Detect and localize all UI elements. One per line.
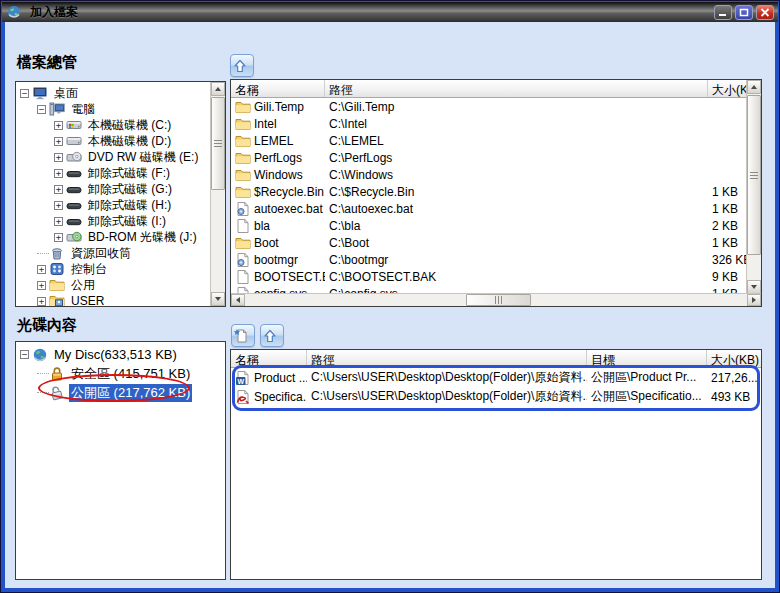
scroll-down-button[interactable] xyxy=(747,280,761,294)
file-row[interactable]: autoexec.batC:\autoexec.bat1 KB xyxy=(231,200,761,217)
tree-item-label[interactable]: 卸除式磁碟 (G:) xyxy=(86,181,174,198)
expander-plus-icon[interactable]: + xyxy=(37,265,46,274)
tree-item-label[interactable]: 公用 xyxy=(69,277,97,294)
disc-up-button[interactable] xyxy=(260,324,284,347)
triangle-down-icon xyxy=(215,297,221,301)
title-bar[interactable]: 加入檔案 xyxy=(2,2,778,22)
cell-text: C:\Gili.Temp xyxy=(329,100,394,114)
column-header[interactable]: 路徑 xyxy=(325,80,708,97)
tree-item[interactable]: −My Disc(633,513 KB) xyxy=(16,345,225,364)
expander-plus-icon[interactable]: + xyxy=(54,185,63,194)
tree-item-label[interactable]: 桌面 xyxy=(52,85,80,102)
file-row[interactable]: LEMELC:\LEMEL xyxy=(231,132,761,149)
file-row[interactable]: blaC:\bla2 KB xyxy=(231,217,761,234)
expander-plus-icon[interactable]: + xyxy=(37,281,46,290)
tree-item-label[interactable]: 資源回收筒 xyxy=(69,245,133,262)
column-header[interactable]: 名稱 xyxy=(231,80,325,97)
expander-plus-icon[interactable]: + xyxy=(54,137,63,146)
new-folder-button[interactable] xyxy=(231,324,255,347)
tree-item[interactable]: +卸除式磁碟 (I:) xyxy=(16,213,225,229)
close-button[interactable] xyxy=(756,5,774,20)
tree-item[interactable]: 公開區 (217,762 KB) xyxy=(16,383,225,402)
tree-item-label[interactable]: 本機磁碟機 (D:) xyxy=(86,133,173,150)
tree-item[interactable]: 安全區 (415,751 KB) xyxy=(16,364,225,383)
tree-item-label[interactable]: 控制台 xyxy=(69,261,109,278)
tree-item[interactable]: +公用 xyxy=(16,277,225,293)
tree-item[interactable]: +卸除式磁碟 (H:) xyxy=(16,197,225,213)
tree-item[interactable]: −桌面 xyxy=(16,85,225,101)
column-header[interactable]: 路徑 xyxy=(307,350,587,367)
expander-plus-icon[interactable]: + xyxy=(54,153,63,162)
tree-item-label[interactable]: DVD RW 磁碟機 (E:) xyxy=(86,149,200,166)
column-header[interactable]: 名稱 xyxy=(231,350,307,367)
tree-item[interactable]: −電腦 xyxy=(16,101,225,117)
file-row[interactable]: Specifica...C:\Users\USER\Desktop\Deskto… xyxy=(231,387,761,406)
file-row[interactable]: IntelC:\Intel xyxy=(231,115,761,132)
explorer-tree-scrollbar[interactable] xyxy=(210,82,225,306)
expander-plus-icon[interactable]: + xyxy=(54,217,63,226)
cell-text: Specifica... xyxy=(254,390,307,404)
disc-tree-panel: −My Disc(633,513 KB)安全區 (415,751 KB)公開區 … xyxy=(15,341,226,580)
expander-minus-icon[interactable]: − xyxy=(37,105,46,114)
tree-item[interactable]: +控制台 xyxy=(16,261,225,277)
explorer-section-label: 檔案總管 xyxy=(17,53,77,72)
expander-plus-icon[interactable]: + xyxy=(54,233,63,242)
file-row[interactable]: WProduct ...C:\Users\USER\Desktop\Deskto… xyxy=(231,368,761,387)
file-row[interactable]: PerfLogsC:\PerfLogs xyxy=(231,149,761,166)
folder-icon xyxy=(235,167,251,183)
scrollbar-thumb[interactable] xyxy=(466,294,531,306)
scroll-up-button[interactable] xyxy=(747,80,761,94)
scrollbar-thumb[interactable] xyxy=(211,97,225,190)
maximize-button[interactable] xyxy=(735,5,753,20)
expander-plus-icon[interactable]: + xyxy=(54,169,63,178)
file-row[interactable]: bootmgrC:\bootmgr326 KB xyxy=(231,251,761,268)
column-header[interactable]: 目標 xyxy=(587,350,707,367)
tree-item-label[interactable]: 本機磁碟機 (C:) xyxy=(86,117,173,134)
expander-minus-icon[interactable]: − xyxy=(20,350,29,359)
expander-plus-icon[interactable]: + xyxy=(37,297,46,306)
tree-item[interactable]: +BD-ROM 光碟機 (J:) xyxy=(16,229,225,245)
file-row[interactable]: Gili.TempC:\Gili.Temp xyxy=(231,98,761,115)
cell-name: autoexec.bat xyxy=(231,201,325,217)
expander-minus-icon[interactable]: − xyxy=(20,89,29,98)
tree-item-label[interactable]: My Disc(633,513 KB) xyxy=(52,347,179,362)
tree-guide-line xyxy=(37,392,49,393)
tree-item[interactable]: +USER xyxy=(16,293,225,306)
tree-item-label[interactable]: USER xyxy=(69,294,106,306)
column-header[interactable]: 大小(KB) xyxy=(707,350,762,367)
cell-text: 1 KB xyxy=(712,185,738,199)
expander-plus-icon[interactable]: + xyxy=(54,121,63,130)
scroll-down-button[interactable] xyxy=(211,292,225,306)
tree-item[interactable]: +本機磁碟機 (C:) xyxy=(16,117,225,133)
add-to-disc-up-button[interactable] xyxy=(230,54,254,77)
tree-item[interactable]: 資源回收筒 xyxy=(16,245,225,261)
tree-item-label[interactable]: 卸除式磁碟 (H:) xyxy=(86,197,173,214)
tree-item[interactable]: +卸除式磁碟 (F:) xyxy=(16,165,225,181)
minimize-button[interactable] xyxy=(714,5,732,20)
folder-icon xyxy=(235,184,251,200)
scroll-right-button[interactable] xyxy=(747,294,761,306)
tree-item[interactable]: +DVD RW 磁碟機 (E:) xyxy=(16,149,225,165)
scrollbar-thumb[interactable] xyxy=(747,95,761,255)
tree-item-label[interactable]: 公開區 (217,762 KB) xyxy=(69,384,192,402)
cell-text: C:\$Recycle.Bin xyxy=(329,185,414,199)
new-item-icon xyxy=(233,328,249,344)
tree-item-label[interactable]: BD-ROM 光碟機 (J:) xyxy=(86,229,199,246)
file-row[interactable]: WindowsC:\Windows xyxy=(231,166,761,183)
tree-item-label[interactable]: 安全區 (415,751 KB) xyxy=(69,365,192,383)
tree-item-label[interactable]: 電腦 xyxy=(69,101,97,118)
tree-item-label[interactable]: 卸除式磁碟 (I:) xyxy=(86,213,168,230)
file-row[interactable]: BootC:\Boot1 KB xyxy=(231,234,761,251)
cell-text: C:\Intel xyxy=(329,117,367,131)
expander-plus-icon[interactable]: + xyxy=(54,201,63,210)
scroll-up-button[interactable] xyxy=(211,82,225,96)
explorer-list-hscrollbar[interactable] xyxy=(231,293,761,306)
tree-item-label[interactable]: 卸除式磁碟 (F:) xyxy=(86,165,172,182)
tree-item[interactable]: +卸除式磁碟 (G:) xyxy=(16,181,225,197)
file-row[interactable]: $Recycle.BinC:\$Recycle.Bin1 KB xyxy=(231,183,761,200)
scroll-left-button[interactable] xyxy=(231,294,245,306)
cell-text: C:\Users\USER\Desktop\Desktop(Folder)\原始… xyxy=(311,388,587,405)
tree-item[interactable]: +本機磁碟機 (D:) xyxy=(16,133,225,149)
file-row[interactable]: BOOTSECT.BAKC:\BOOTSECT.BAK9 KB xyxy=(231,268,761,285)
explorer-list-vscrollbar[interactable] xyxy=(746,80,761,294)
